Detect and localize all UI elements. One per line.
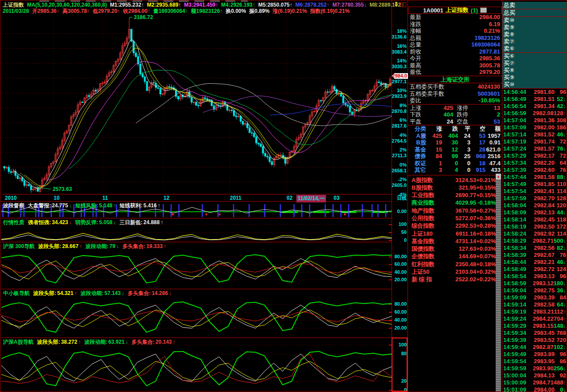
tick-price: 2982.60: [531, 167, 555, 173]
index-scrollbar[interactable]: ▲: [496, 174, 501, 392]
quote-header[interactable]: 1A0001 上证指数 (1): [408, 7, 502, 14]
y-axis-pct-label: 4%: [400, 132, 407, 138]
tick-row: 14:58:192982.50172: [502, 223, 567, 230]
tick-volume: 64↓: [555, 301, 567, 308]
panel-param-arrow: ↓: [69, 202, 72, 209]
x-axis-label: 12: [163, 195, 169, 201]
quote-header-icon[interactable]: [480, 8, 487, 13]
class-cell: 18: [470, 160, 485, 167]
index-row[interactable]: 上证1806911.16+0.18%: [408, 230, 502, 237]
panel-param-label: 短线获利:: [120, 202, 143, 209]
class-cell: 0: [458, 167, 470, 174]
tick-time: 14:58:24: [502, 230, 531, 237]
tick-volume: 96: [555, 351, 567, 357]
ohlc-readout-line: 2011/03/28开2985.36↑高3005.78↑低2979.20↑收29…: [3, 8, 353, 15]
class-cell: 19: [426, 139, 442, 146]
quote-value: 2979.20: [479, 69, 500, 76]
tick-volume: 76↓: [555, 145, 567, 152]
panel-param-value: 5.058: [99, 219, 113, 225]
tick-row: 14:59:492983.8996: [502, 351, 567, 358]
index-change: +0.07%: [476, 252, 496, 260]
tick-time: 14:57:59: [502, 195, 531, 202]
class-col-header: 额: [485, 125, 501, 132]
tick-time: 14:57:29: [502, 152, 531, 159]
tick-volume: 46↓: [555, 131, 567, 138]
scroll-up-icon[interactable]: ▲: [496, 174, 501, 179]
index-change: -0.18%: [476, 199, 496, 206]
panel-param-label: 多头集合:: [122, 243, 145, 249]
y-axis-price-label: 2870.8: [392, 109, 407, 114]
y-axis-price-label: 3030.3: [392, 64, 407, 69]
tick-row: 14:56:492981.5152↓: [502, 96, 567, 103]
y-axis-pct-label: -2%: [398, 177, 407, 182]
class-name: 其它: [409, 167, 426, 174]
tick-row: 15:00:042984.1392: [502, 372, 567, 379]
tick-row: 14:59:592983.90256↓: [502, 365, 567, 372]
ad-label: 上涨: [410, 105, 425, 112]
quote-label: 最新: [410, 14, 421, 21]
quote-row: 最低2979.20: [408, 69, 502, 76]
tick-time: 14:59:34: [502, 330, 531, 336]
index-value: 144.69: [447, 252, 476, 260]
orderbook-row: 卖⑩: [502, 17, 567, 24]
y-axis-price-label: 2923.9: [392, 93, 407, 99]
tick-row: 14:58:142982.45118: [502, 216, 567, 223]
index-row[interactable]: 商业指数4029.95-0.18%: [408, 199, 502, 206]
panel-param-value: 57.143: [105, 290, 121, 296]
index-row[interactable]: 工业指数2690.77+0.15%: [408, 191, 502, 199]
index-row[interactable]: 基金指数4731.14+0.02%: [408, 237, 502, 245]
tick-volume: 72: [555, 152, 567, 159]
readout-item: M7:2780.355↓: [332, 2, 366, 8]
panel-param-arrow: ↓: [69, 219, 72, 225]
tick-volume: 114: [555, 188, 567, 194]
panel-param-label: 波段动能:: [85, 243, 109, 249]
panel-param-arrow: ↑: [78, 339, 81, 345]
tick-volume: 720: [555, 337, 567, 343]
candlestick-chart[interactable]: 3186.722573.63: [1, 14, 392, 194]
panel-param-value: 54.321: [57, 290, 74, 296]
panel-param-label: 多头集合:: [132, 339, 155, 345]
index-row[interactable]: 新 综 指2522.02+0.22%: [408, 276, 502, 283]
index-row[interactable]: 红利指数2350.48+0.18%: [408, 260, 502, 268]
index-name: 上证180: [412, 230, 447, 237]
class-cell: 28: [470, 146, 485, 153]
orderbook-row: 总买: [502, 9, 567, 17]
class-table-header: 分类涨跌平空额⊕: [408, 125, 502, 132]
tick-volume: 46↓: [555, 259, 567, 265]
panel-header: 沪深 300导航波段头部:28.667↑波段动能:79↓多头集合:19.333↑: [3, 243, 170, 250]
index-row[interactable]: 公用指数5272.07+0.36%: [408, 214, 502, 222]
tick-row: 15:01:092984.000↓: [502, 386, 567, 392]
y-axis-price-label: 2711.3: [392, 153, 407, 158]
tick-price: 2981.57: [531, 145, 555, 152]
tick-price: 2982.56: [531, 245, 555, 251]
readout-item: M2:2935.689↑: [147, 2, 181, 8]
indicator-panel-3: 沪深 300导航波段头部:28.667↑波段动能:79↓多头集合:19.333↑: [1, 242, 392, 289]
index-row[interactable]: 国债指数127.63+0.03%: [408, 245, 502, 252]
index-row[interactable]: A股指数3124.53+0.21%: [408, 176, 502, 184]
tick-time: 14:57:54: [502, 188, 531, 194]
tick-price: 2982.45: [531, 216, 555, 223]
tick-volume: 88↓: [555, 174, 567, 180]
quote-value: 169306064: [471, 41, 500, 48]
panel-param-value: 5.148: [99, 202, 113, 209]
index-name: 红利指数: [412, 260, 447, 268]
class-col-header: 跌: [442, 125, 458, 132]
index-row[interactable]: 上证502103.04+0.32%: [408, 268, 502, 276]
class-cell: 915: [470, 167, 485, 174]
quote-value: 6.19: [489, 21, 500, 28]
index-value: 3670.56: [447, 207, 476, 214]
index-value: 2292.53: [447, 222, 476, 229]
index-row[interactable]: 地产指数3670.56+0.27%: [408, 207, 502, 214]
class-table-row: 债券8499259682516: [408, 153, 502, 160]
panel-scale-label: 20.00: [394, 325, 407, 330]
tick-row: 15:00:092984.71488↑: [502, 379, 567, 386]
readout-item: 涨(6.19)0.21%: [273, 8, 307, 14]
index-row[interactable]: 企债指数144.69+0.07%: [408, 252, 502, 260]
tick-row: 14:58:542983.1396: [502, 273, 567, 280]
index-row[interactable]: 综合指数2292.53+0.28%: [408, 222, 502, 229]
tick-price: 2982.71: [530, 237, 554, 244]
panel-title: 中小板导航: [3, 290, 30, 296]
index-row[interactable]: B股指数321.95+0.15%: [408, 184, 502, 191]
panel-param-arrow: ↑: [74, 290, 77, 296]
tick-row: 14:59:542983.9586: [502, 358, 567, 365]
